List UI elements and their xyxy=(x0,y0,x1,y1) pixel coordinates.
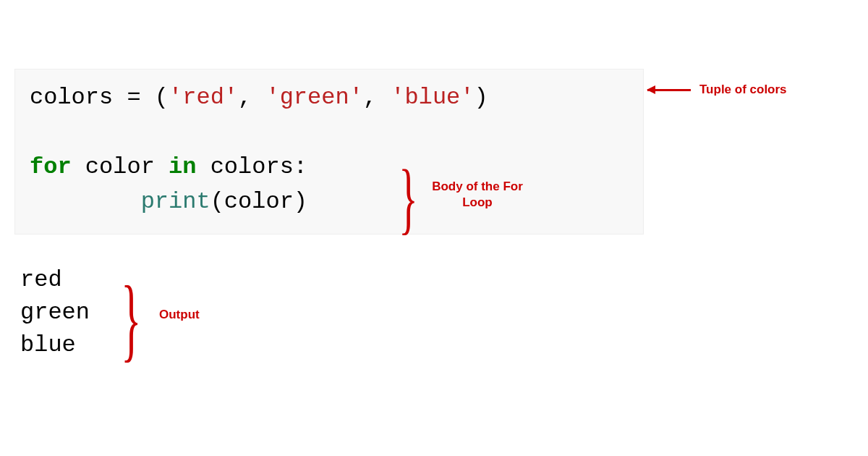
body-label-line1: Body of the For xyxy=(432,180,523,193)
str-quote: ' xyxy=(169,84,182,111)
str-blue: blue xyxy=(404,84,460,111)
brace-body-icon: } xyxy=(399,158,417,237)
space xyxy=(196,153,210,180)
str-quote: ' xyxy=(460,84,474,111)
space xyxy=(155,153,169,180)
indent xyxy=(30,188,141,215)
output-label: Output xyxy=(159,308,200,322)
body-label: Body of the For Loop xyxy=(423,179,532,211)
paren-open: ( xyxy=(210,188,224,215)
paren-close: ) xyxy=(294,188,307,215)
kw-for: for xyxy=(30,153,72,180)
arg-color: color xyxy=(224,188,294,215)
code-line-1: colors = ('red', 'green', 'blue') xyxy=(30,80,629,115)
blank-line xyxy=(30,115,629,150)
output-block: red green blue xyxy=(20,264,90,361)
arrow-head-icon xyxy=(647,85,655,94)
paren-open: ( xyxy=(155,84,169,111)
output-line-2: green xyxy=(20,297,90,329)
str-quote: ' xyxy=(265,84,279,111)
str-quote: ' xyxy=(391,84,404,111)
str-quote: ' xyxy=(349,84,363,111)
output-line-3: blue xyxy=(20,329,90,362)
var-color: color xyxy=(85,153,155,180)
comma: , xyxy=(363,84,391,111)
var-colors-ref: colors xyxy=(210,153,294,180)
brace-output-icon: } xyxy=(121,271,141,366)
str-green: green xyxy=(280,84,349,111)
code-line-3: print(color) xyxy=(30,185,629,219)
annotation-tuple-arrow: Tuple of colors xyxy=(647,83,814,97)
str-red: red xyxy=(182,84,224,111)
code-block: colors = ('red', 'green', 'blue') for co… xyxy=(14,69,644,235)
str-quote: ' xyxy=(224,84,238,111)
var-colors: colors xyxy=(30,84,113,111)
kw-in: in xyxy=(169,153,196,180)
code-line-2: for color in colors: xyxy=(30,150,629,185)
assign-op: = xyxy=(113,84,155,111)
comma: , xyxy=(238,84,265,111)
output-line-1: red xyxy=(20,264,90,297)
tuple-label: Tuple of colors xyxy=(699,83,787,97)
body-label-line2: Loop xyxy=(462,195,493,209)
paren-close: ) xyxy=(475,84,488,111)
arrow-line xyxy=(647,89,691,91)
func-print: print xyxy=(141,188,210,215)
space xyxy=(72,153,85,180)
colon: : xyxy=(294,153,307,180)
